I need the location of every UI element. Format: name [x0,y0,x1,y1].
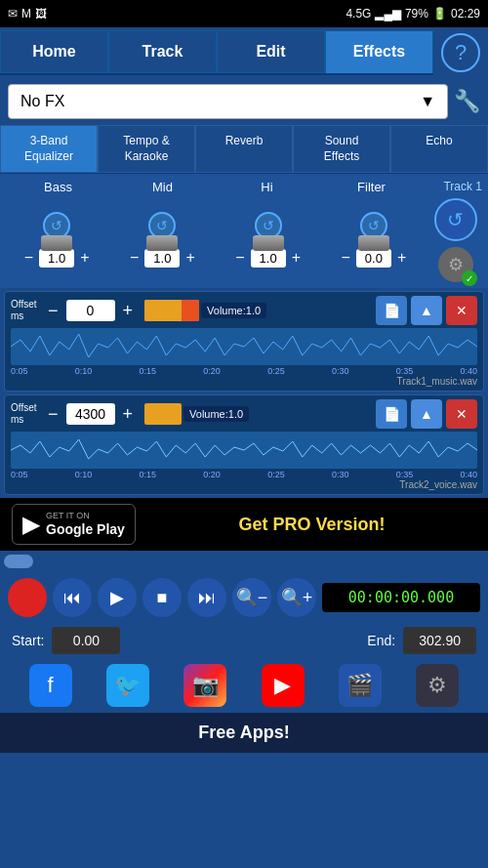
social-row: f 🐦 📷 ▶ 🎬 ⚙ [0,658,488,713]
mid-minus-button[interactable]: − [126,247,142,269]
filter-minus-button[interactable]: − [338,247,354,269]
chevron-down-icon: ▼ [420,93,435,110]
play-store-icon: ▶ [22,511,40,538]
pro-version-text[interactable]: Get PRO Version! [147,515,476,535]
mid-label: Mid [110,180,215,194]
end-label: End: [367,633,395,648]
track1-minus-button[interactable]: − [44,301,62,321]
track2-time-markers: 0:050:100:150:200:250:300:350:40 [11,470,477,479]
envelope-icon: ✉ [8,7,18,21]
track2-volume-label: Volume:1.0 [183,406,249,422]
bass-label: Bass [6,180,110,194]
hi-label: Hi [215,180,319,194]
tab-home[interactable]: Home [0,30,108,73]
bass-plus-button[interactable]: + [76,247,93,269]
effect-tabs: 3-BandEqualizer Tempo &Karaoke Reverb So… [0,125,488,174]
hi-channel: ↺ − 1.0 + [218,212,319,269]
mid-value: 1.0 [144,249,180,268]
transport-bar: ⏮ ▶ ■ ⏭ 🔍− 🔍+ 00:00:00.000 [0,572,488,623]
mid-plus-button[interactable]: + [182,247,198,269]
time-display: 00:00:00.000 [322,583,480,612]
track-refresh-button[interactable]: ↺ [434,198,477,241]
battery-label: 79% [405,7,428,21]
status-bar: ✉ M 🖼 4.5G ▂▄▆ 79% 🔋 02:29 [0,0,488,27]
scroll-thumb[interactable] [4,555,33,568]
play-store-text: GET IT ON Google Play [46,511,125,538]
movie-maker-button[interactable]: 🎬 [339,664,382,707]
effect-tab-echo[interactable]: Echo [390,125,488,173]
filter-label: Filter [319,180,424,194]
track-row-2: Offsetms − 4300 + Volume:1.0 📄 ▲ ✕ 0:050… [4,394,484,495]
track1-time-markers: 0:050:100:150:200:250:300:350:40 [11,366,477,376]
track1-delete-button[interactable]: ✕ [446,296,477,325]
filter-plus-button[interactable]: + [393,247,410,269]
track2-copy-button[interactable]: 📄 [376,399,407,429]
startend-row: Start: 0.00 End: 302.90 [0,623,488,658]
track2-offset-label: Offsetms [11,402,40,426]
track1-offset-value: 0 [66,300,115,321]
track2-up-button[interactable]: ▲ [411,399,442,429]
zoom-in-button[interactable]: 🔍+ [277,578,316,617]
hi-minus-button[interactable]: − [231,247,248,269]
time-label: 02:29 [451,7,480,21]
track1-waveform [11,328,477,365]
track-row-1: Offsetms − 0 + Volume:1.0 📄 ▲ ✕ 0:050:10… [4,291,484,392]
svg-point-2 [20,590,35,605]
scroll-area[interactable] [0,551,488,572]
bass-minus-button[interactable]: − [20,247,37,269]
free-apps-label: Free Apps! [198,723,289,742]
forward-button[interactable]: ⏭ [187,578,226,617]
help-button[interactable]: ? [441,33,480,72]
free-apps-bar[interactable]: Free Apps! [0,713,488,753]
eq-labels: Bass Mid Hi Filter Track 1 [6,180,482,194]
tab-edit[interactable]: Edit [217,30,325,73]
equalizer-section: Bass Mid Hi Filter Track 1 ↺ − 1.0 + ↺ [0,174,488,288]
effect-tab-sound-effects[interactable]: SoundEffects [293,125,390,173]
twitter-button[interactable]: 🐦 [106,664,149,707]
effect-tab-equalizer[interactable]: 3-BandEqualizer [0,125,98,173]
bass-value: 1.0 [39,249,74,268]
track1-copy-button[interactable]: 📄 [376,296,407,325]
fx-row: No FX ▼ 🔧 [0,78,488,125]
track1-offset-label: Offsetms [11,299,40,322]
status-icons: ✉ M 🖼 [8,7,47,21]
signal-icon: ▂▄▆ [375,7,401,21]
check-badge: ✓ [462,270,477,286]
end-value[interactable]: 302.90 [403,627,476,654]
hi-plus-button[interactable]: + [288,247,305,269]
track2-delete-button[interactable]: ✕ [446,399,477,429]
track1-plus-button[interactable]: + [119,301,138,321]
google-play-button[interactable]: ▶ GET IT ON Google Play [12,504,136,545]
instagram-button[interactable]: 📷 [183,664,226,707]
track-label: Track 1 [424,180,482,194]
carrier-label: 4.5G [346,7,371,21]
facebook-button[interactable]: f [29,664,72,707]
rewind-button[interactable]: ⏮ [53,578,92,617]
track1-up-button[interactable]: ▲ [411,296,442,325]
effect-tab-tempo[interactable]: Tempo &Karaoke [98,125,195,173]
settings-button[interactable]: ⚙ [416,664,459,707]
play-button[interactable]: ▶ [98,578,137,617]
track2-waveform [11,432,477,469]
track1-controls: Offsetms − 0 + Volume:1.0 📄 ▲ ✕ [11,296,477,325]
youtube-button[interactable]: ▶ [262,664,305,707]
battery-icon: 🔋 [432,7,447,21]
start-value[interactable]: 0.00 [52,627,120,654]
track2-filename: Track2_voice.wav [11,479,477,490]
track-gear-icon[interactable]: ⚙ ✓ [438,247,473,282]
tab-track[interactable]: Track [108,30,217,73]
track1-volume-label: Volume:1.0 [201,303,266,318]
zoom-out-button[interactable]: 🔍− [232,578,271,617]
wrench-icon[interactable]: 🔧 [454,89,480,114]
image-icon: 🖼 [35,7,47,21]
track1-filename: Track1_music.wav [11,376,477,387]
record-button[interactable] [8,578,47,617]
stop-button[interactable]: ■ [142,578,182,617]
effect-tab-reverb[interactable]: Reverb [195,125,293,173]
filter-channel: ↺ − 0.0 + [323,212,425,269]
tab-effects[interactable]: Effects [325,30,433,73]
track2-plus-button[interactable]: + [119,404,138,425]
track2-controls: Offsetms − 4300 + Volume:1.0 📄 ▲ ✕ [11,399,477,429]
fx-selector[interactable]: No FX ▼ [8,84,448,119]
track2-minus-button[interactable]: − [44,404,62,425]
